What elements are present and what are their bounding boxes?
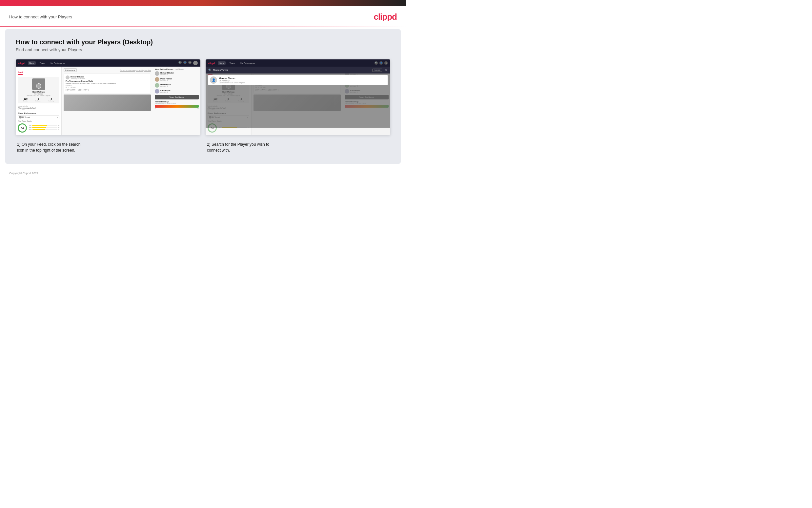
app-nav-home-2: Home (218, 61, 226, 65)
list-item: Eli Vincent Activities: 1 (155, 89, 199, 93)
app-nav-myperformance-1: My Performance (49, 61, 66, 65)
act-avatar-1 (65, 76, 69, 79)
profile-club-1: Mill Ride Golf Club, United Kingdom (19, 95, 58, 96)
step-1-text: 1) On your Feed, click on the searchicon… (17, 141, 199, 153)
app-nav-2: clippd Home Teams My Performance 🔍 👤 ⚙ (206, 59, 390, 67)
settings-icon-2[interactable]: ⚙ (384, 61, 388, 65)
chevron-down-icon-1: ▾ (57, 116, 58, 118)
app-nav-teams-1: Teams (38, 61, 47, 65)
activity-card-1: Richard Butler Yesterday · The Grove Pre… (64, 74, 151, 93)
team-dashboard-btn-1[interactable]: Team Dashboard (155, 95, 199, 99)
control-link-1[interactable]: Control who can see your activity and da… (120, 69, 151, 71)
pl-info-1: Piers Parnell Activities: 4 (160, 78, 172, 81)
list-item: Piers Parnell Activities: 4 (155, 77, 199, 82)
person-icon-2[interactable]: 👤 (379, 61, 383, 65)
clippd-logo: clippd (374, 12, 397, 22)
score-circle-1: 84 (18, 123, 27, 133)
stat-activities-1: 129 Activities (23, 98, 28, 102)
screenshot-panels: clippd Home Teams My Performance 🔍 👤 ⚙ (16, 59, 390, 135)
latest-activity-1: Latest Activity Afternoon round of golf … (18, 105, 59, 111)
pp-dropdown-1[interactable]: Eli Vincent ▾ (18, 115, 59, 119)
pl-info-2: Hiral Pujara Activities: 3 (160, 84, 171, 87)
stat-followers-1: 3 Followers (36, 98, 41, 102)
heatmap-bar-1 (155, 105, 199, 108)
search-result-item[interactable]: 👤 Marcus Turner 1-5 Handicap Cypress Poi… (208, 75, 388, 85)
player-performance-1: Player Performance Eli Vincent ▾ Total P… (18, 112, 59, 133)
team-heatmap-sub-1: Player Quality · 20 Round Trend (155, 103, 199, 104)
pl-info-3: Eli Vincent Activities: 1 (160, 90, 171, 93)
settings-icon-1[interactable]: ⚙ (188, 61, 192, 64)
panel-2: clippd Home Teams My Performance 🔍 👤 ⚙ F… (206, 59, 390, 135)
profile-card-1: Blair McHarg Golf Coach Mill Ride Golf C… (18, 77, 59, 103)
photo-placeholder-1 (64, 94, 151, 111)
app-body-1: Feed Blair McHarg Golf Coach Mill Ride G… (16, 67, 200, 135)
app-screenshot-1: clippd Home Teams My Performance 🔍 👤 ⚙ (16, 59, 200, 135)
top-gradient-bar (0, 0, 406, 6)
search-result-avatar: 👤 (210, 77, 217, 84)
following-btn-1[interactable]: Following ▾ (64, 68, 77, 72)
feed-tab-1: Feed (18, 71, 22, 75)
pl-avatar-2 (155, 83, 159, 88)
search-icon-overlay: 🔍 (208, 69, 211, 72)
steps-row: 1) On your Feed, click on the searchicon… (16, 141, 390, 153)
close-icon[interactable]: ✕ (385, 68, 388, 72)
heatmap-labels-1: -5 +5 (155, 108, 199, 109)
step-2-desc: 2) Search for the Player you wish toconn… (206, 141, 390, 153)
app-nav-icons-1: 🔍 👤 ⚙ (178, 61, 198, 65)
copyright-text: Copyright Clippd 2022 (9, 172, 38, 175)
page-header: How to connect with your Players clippd (0, 6, 406, 26)
app-nav-home-1: Home (28, 61, 36, 65)
pp-avatar-1 (19, 116, 21, 119)
app-feed-1: Following ▾ Control who can see your act… (62, 67, 153, 135)
search-overlay: 🔍 Marcus Turner CLEAR ✕ 👤 Marcus Turner … (206, 67, 390, 128)
search-result-info: Marcus Turner 1-5 Handicap Cypress Point… (219, 77, 245, 84)
footer: Copyright Clippd 2022 (0, 169, 406, 177)
main-subheading: Find and connect with your Players (16, 47, 390, 52)
list-item: Hiral Pujara Activities: 3 (155, 83, 199, 88)
app-nav-teams-2: Teams (228, 61, 237, 65)
app-right-1: Most Active Players · Last 30 days Richa… (153, 67, 200, 135)
pl-info-0: Richard Butler Activities: 7 (160, 72, 174, 76)
act-tags-1: OTT APP ARG PUTT (65, 89, 149, 91)
avatar-icon-1 (193, 61, 198, 65)
profile-stats-1: 129 Activities 3 Followers 4 Following (19, 98, 58, 102)
app-nav-logo-1: clippd (18, 62, 25, 64)
panel-1: clippd Home Teams My Performance 🔍 👤 ⚙ (16, 59, 200, 135)
search-icon-1[interactable]: 🔍 (178, 61, 182, 64)
stat-following-1: 4 Following (49, 98, 54, 102)
app-nav-logo-2: clippd (208, 62, 215, 64)
act-person-1: Richard Butler Yesterday · The Grove (70, 76, 85, 79)
search-icon-2[interactable]: 🔍 (375, 61, 378, 65)
step-2-text: 2) Search for the Player you wish toconn… (207, 141, 389, 153)
app-screenshot-2: clippd Home Teams My Performance 🔍 👤 ⚙ F… (206, 59, 390, 135)
tag-putt-1: PUTT (83, 89, 89, 91)
list-item: Richard Butler Activities: 7 (155, 71, 199, 76)
header-divider (0, 26, 406, 27)
app-nav-myperformance-2: My Performance (239, 61, 256, 65)
pl-avatar-3 (155, 89, 159, 93)
search-input-fake[interactable]: Marcus Turner (213, 69, 371, 71)
step-1-desc: 1) On your Feed, click on the searchicon… (16, 141, 200, 153)
person-icon-1[interactable]: 👤 (183, 61, 187, 64)
tag-ott-1: OTT (65, 89, 70, 91)
app-sidebar-1: Feed Blair McHarg Golf Coach Mill Ride G… (16, 67, 62, 135)
main-content-area: How to connect with your Players (Deskto… (5, 29, 401, 164)
clear-button[interactable]: CLEAR (372, 69, 382, 72)
pl-avatar-1 (155, 77, 159, 82)
app-nav-icons-2: 🔍 👤 ⚙ (375, 61, 388, 65)
following-row-1: Following ▾ Control who can see your act… (64, 68, 151, 72)
tag-app-1: APP (71, 89, 76, 91)
page-title: How to connect with your Players (9, 14, 72, 19)
act-header-1: Richard Butler Yesterday · The Grove (65, 76, 149, 79)
search-bar: 🔍 Marcus Turner CLEAR ✕ (206, 67, 390, 74)
pl-avatar-0 (155, 71, 159, 76)
app-nav-1: clippd Home Teams My Performance 🔍 👤 ⚙ (16, 59, 200, 67)
main-heading: How to connect with your Players (Deskto… (16, 38, 390, 46)
most-active-title-1: Most Active Players · Last 30 days (155, 68, 199, 70)
tag-arg-1: ARG (77, 89, 82, 91)
